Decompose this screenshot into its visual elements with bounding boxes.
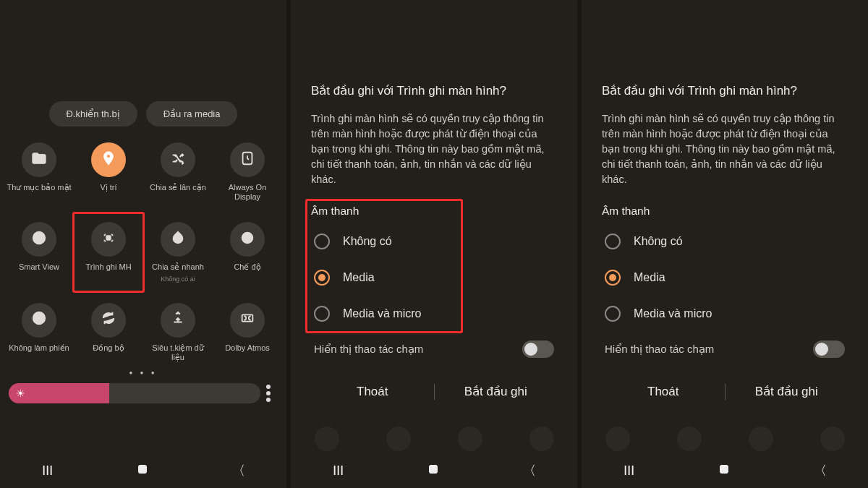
svg-rect-9: [720, 465, 728, 473]
tile-mode[interactable]: Chế độ: [214, 222, 281, 282]
dolby-icon: [239, 310, 255, 330]
quick-settings-panel: Đ.khiển th.bị Đầu ra media Thư mục bảo m…: [0, 0, 286, 488]
show-touches-label: Hiển thị thao tác chạm: [605, 343, 714, 356]
back-button[interactable]: 〈: [814, 462, 827, 479]
show-touches-label: Hiển thị thao tác chạm: [314, 343, 423, 356]
play-circle-icon: [31, 230, 47, 249]
tile-dnd[interactable]: Không làm phiền: [6, 303, 72, 362]
quick-share-icon: [170, 230, 186, 249]
dialog-title: Bắt đầu ghi với Trình ghi màn hình?: [311, 83, 557, 98]
shuffle-icon: [170, 150, 186, 170]
tile-dolby[interactable]: Dolby Atmos: [214, 303, 281, 362]
tile-location[interactable]: Vị trí: [75, 142, 142, 202]
background-tiles: [291, 424, 577, 453]
show-touches-toggle[interactable]: [522, 341, 554, 358]
tile-nearby-share[interactable]: Chia sẻ lân cận: [145, 142, 211, 202]
tile-data-saver[interactable]: Siêu t.kiệm dữ liệu: [145, 303, 211, 362]
radio-none[interactable]: Không có: [602, 223, 848, 260]
tile-sync[interactable]: Đồng bộ: [75, 303, 142, 362]
tile-aod[interactable]: Always On Display: [214, 142, 281, 202]
mode-icon: [239, 230, 255, 249]
svg-rect-7: [138, 465, 146, 473]
dialog-body: Trình ghi màn hình sẽ có quyền truy cập …: [311, 111, 557, 187]
folder-lock-icon: [31, 150, 47, 170]
location-icon: [101, 150, 116, 170]
home-button[interactable]: [718, 463, 731, 479]
svg-point-4: [242, 233, 253, 244]
back-button[interactable]: 〈: [232, 462, 245, 479]
tile-quick-share[interactable]: Chia sẻ nhanh Không có ai: [145, 222, 211, 282]
highlight-box: [72, 212, 145, 292]
record-dialog-panel-1: Bắt đầu ghi với Trình ghi màn hình? Trìn…: [291, 0, 577, 488]
dialog-title: Bắt đầu ghi với Trình ghi màn hình?: [602, 83, 848, 98]
back-button[interactable]: 〈: [523, 462, 536, 479]
home-button[interactable]: [427, 463, 440, 479]
quick-settings-grid: Thư mục bảo mật Vị trí Chia sẻ lân cận A…: [0, 127, 286, 362]
show-touches-toggle[interactable]: [813, 341, 845, 358]
media-output-pill[interactable]: Đầu ra media: [146, 101, 238, 127]
radio-icon: [605, 306, 621, 322]
cancel-button[interactable]: Thoát: [311, 377, 434, 406]
svg-rect-6: [242, 314, 253, 321]
tile-screen-recorder[interactable]: Trình ghi MH: [75, 222, 142, 282]
audio-section-label: Âm thanh: [602, 205, 848, 218]
svg-rect-8: [429, 465, 437, 473]
recents-button[interactable]: ⅠⅠⅠ: [333, 463, 344, 479]
radio-icon: [314, 270, 330, 286]
background-tiles: [582, 424, 868, 453]
radio-icon: [605, 270, 621, 286]
cancel-button[interactable]: Thoát: [602, 377, 725, 406]
brightness-icon: ☀: [16, 388, 25, 399]
sync-icon: [101, 310, 116, 330]
radio-icon: [314, 234, 330, 249]
radio-media-mic[interactable]: Media và micro: [602, 296, 848, 332]
dialog-body: Trình ghi màn hình sẽ có quyền truy cập …: [602, 111, 848, 187]
record-dialog-panel-2: Bắt đầu ghi với Trình ghi màn hình? Trìn…: [582, 0, 868, 488]
radio-icon: [605, 234, 621, 249]
device-control-pill[interactable]: Đ.khiển th.bị: [49, 101, 137, 127]
tile-secure-folder[interactable]: Thư mục bảo mật: [6, 142, 72, 202]
clock-icon: [239, 150, 255, 170]
start-record-button[interactable]: Bắt đầu ghi: [435, 377, 558, 406]
nav-bar: ⅠⅠⅠ 〈: [582, 453, 868, 488]
recents-button[interactable]: ⅠⅠⅠ: [42, 463, 53, 479]
nav-bar: ⅠⅠⅠ 〈: [291, 453, 577, 488]
pager-dots: ● ● ●: [0, 362, 286, 380]
minus-circle-icon: [31, 310, 47, 330]
tile-smart-view[interactable]: Smart View: [6, 222, 72, 282]
more-icon[interactable]: [266, 391, 271, 395]
recents-button[interactable]: ⅠⅠⅠ: [624, 463, 634, 479]
data-saver-icon: [170, 310, 186, 330]
svg-point-3: [174, 234, 183, 243]
nav-bar: ⅠⅠⅠ 〈: [0, 453, 286, 488]
home-button[interactable]: [136, 463, 149, 479]
radio-media[interactable]: Media: [602, 260, 848, 296]
start-record-button[interactable]: Bắt đầu ghi: [726, 377, 848, 406]
radio-icon: [314, 306, 330, 322]
brightness-slider[interactable]: ☀: [9, 383, 278, 403]
